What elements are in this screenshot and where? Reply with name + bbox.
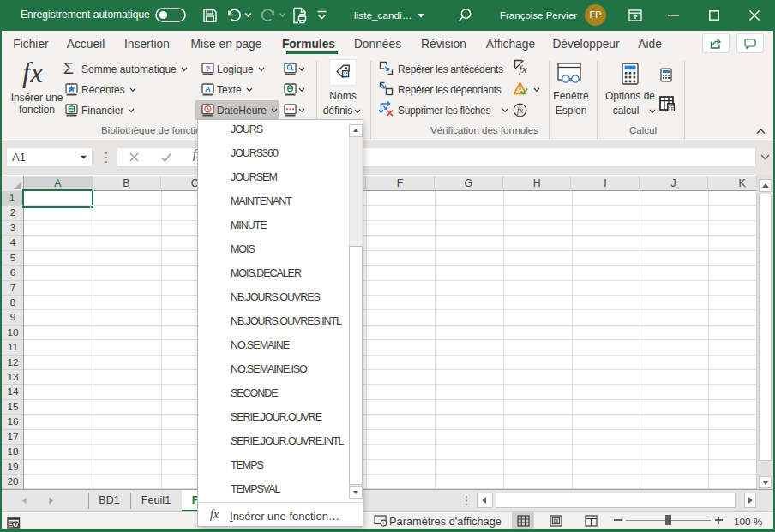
svg-text:?: ?	[206, 63, 211, 73]
svg-text:A: A	[205, 84, 211, 93]
svg-text:fx: fx	[517, 106, 524, 115]
svg-text:fx: fx	[519, 63, 527, 75]
